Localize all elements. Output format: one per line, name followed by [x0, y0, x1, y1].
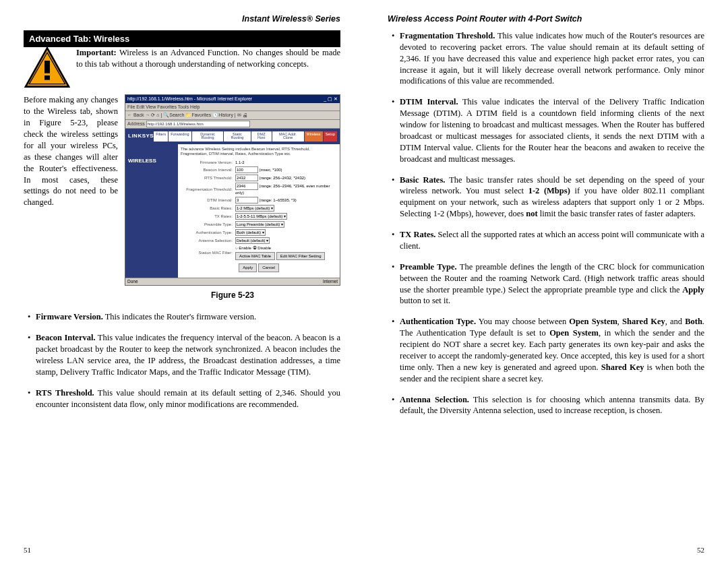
field-value: 1-2-5.5-11 MBps (default) ▾	[234, 212, 337, 220]
address-field[interactable]: http://192.168.1.1/Wireless.htm	[146, 121, 250, 127]
field-value: 1.1-2	[234, 159, 337, 166]
router-tab[interactable]: Forwarding	[169, 131, 191, 142]
field-value: Both (default) ▾	[234, 228, 337, 237]
list-term: Basic Rates.	[400, 175, 445, 185]
ie-titlebar: http://192.168.1.1/Wireless.htm - Micros…	[125, 95, 340, 102]
list-text: This indicates the Router's firmware ver…	[103, 312, 256, 321]
ie-menubar: File Edit View Favorites Tools Help	[125, 103, 340, 111]
router-side-label: WIRELESS	[125, 144, 178, 278]
right-bullet-list: Fragmentation Threshold. This value indi…	[388, 30, 704, 416]
section-title: Advanced Tab: Wireless	[24, 30, 340, 48]
status-left: Done	[127, 279, 138, 285]
router-fields: Firmware Version:1.1-2Beacon Interval:10…	[181, 159, 337, 261]
select-dropdown[interactable]: Default (default) ▾	[235, 237, 270, 244]
list-item: Authentication Type. You may choose betw…	[388, 316, 704, 384]
router-tab[interactable]: MAC Addr. Clone	[272, 131, 304, 142]
list-item: Beacon Interval. This value indicates th…	[24, 332, 340, 378]
list-term: Fragmentation Threshold.	[400, 31, 495, 40]
field-label: Fragmentation Threshold:	[181, 182, 234, 195]
router-apply-row: Apply Cancel	[181, 261, 337, 274]
router-tab[interactable]: Filters	[154, 131, 168, 142]
text-input[interactable]: 2432	[235, 175, 258, 181]
field-label: TX Rates:	[181, 212, 234, 220]
list-item: Firmware Version. This indicates the Rou…	[24, 311, 340, 323]
field-label: Firmware Version:	[181, 159, 234, 166]
mac-filter-button[interactable]: Edit MAC Filter Setting	[276, 252, 326, 260]
field-value: Default (default) ▾	[234, 237, 337, 245]
field-value: 3 (range: 1~65535, *3)	[234, 196, 337, 204]
page-number-left: 51	[24, 545, 31, 555]
field-label: RTS Threshold:	[181, 174, 234, 182]
list-item: Preamble Type. The preamble defines the …	[388, 261, 704, 307]
list-term: Authentication Type.	[400, 317, 476, 326]
router-tabs: FiltersForwardingDynamic RoutingStatic R…	[154, 131, 337, 142]
ie-toolbar: ← Back → ⟳ ⌂ | 🔍Search 📁Favorites 🕓Histo…	[125, 111, 340, 119]
select-dropdown[interactable]: Long Preamble (default) ▾	[235, 221, 284, 228]
select-dropdown[interactable]: Both (default) ▾	[235, 229, 266, 236]
list-item: RTS Threshold. This value should remain …	[24, 387, 340, 410]
warning-row: Important: Wireless is an Advanced Funct…	[24, 47, 340, 88]
warning-label: Important:	[76, 48, 117, 57]
list-text: You may choose between Open System, Shar…	[400, 317, 704, 383]
list-item: TX Rates. Select all the supported rates…	[388, 229, 704, 252]
ie-window: http://192.168.1.1/Wireless.htm - Micros…	[125, 94, 340, 286]
list-text: Select all the supported rates at which …	[400, 230, 704, 251]
figure-caption: Figure 5-23	[125, 290, 340, 301]
router-tab[interactable]: DMZ Host	[251, 131, 272, 142]
radio-option[interactable]: ○ Enable	[235, 246, 253, 250]
list-text: This value indicates the interval of the…	[400, 97, 704, 163]
right-page: Wireless Access Point Router with 4-Port…	[364, 0, 728, 562]
router-tab[interactable]: Dynamic Routing	[192, 131, 224, 142]
list-term: TX Rates.	[400, 230, 435, 239]
router-page: LINKSYS FiltersForwardingDynamic Routing…	[125, 129, 340, 278]
svg-rect-2	[44, 61, 50, 73]
field-label: Basic Rates:	[181, 204, 234, 212]
select-dropdown[interactable]: 1-2 MBps (default) ▾	[235, 205, 274, 212]
router-tab[interactable]: Wireless	[305, 131, 323, 142]
field-value: 100 (msec, *100)	[234, 166, 337, 174]
warning-icon	[24, 47, 71, 88]
left-page: Instant Wireless® Series Advanced Tab: W…	[0, 0, 364, 562]
router-tab[interactable]: Setup	[324, 131, 337, 142]
field-label: DTIM Interval:	[181, 196, 234, 204]
text-input[interactable]: 2346	[235, 183, 258, 189]
field-value: 2346 (range: 256~2346, *2346, even numbe…	[234, 182, 337, 195]
brand-logo: LINKSYS	[128, 133, 154, 140]
list-text: The basic transfer rates should be set d…	[400, 175, 704, 219]
list-item: Fragmentation Threshold. This value indi…	[388, 30, 704, 87]
left-header: Instant Wireless® Series	[24, 13, 340, 25]
list-term: Preamble Type.	[400, 262, 457, 272]
text-input[interactable]: 100	[235, 166, 258, 173]
router-header: LINKSYS FiltersForwardingDynamic Routing…	[125, 129, 340, 144]
right-header: Wireless Access Point Router with 4-Port…	[388, 13, 704, 25]
screenshot: http://192.168.1.1/Wireless.htm - Micros…	[125, 94, 340, 307]
svg-rect-3	[44, 75, 50, 80]
ie-addressbar: Address http://192.168.1.1/Wireless.htm	[125, 120, 340, 129]
cancel-button[interactable]: Cancel	[258, 263, 279, 272]
field-value: 2432 (range: 256~2432, *2432)	[234, 174, 337, 182]
field-label: Beacon Interval:	[181, 166, 234, 174]
ie-window-controls: _ ▢ ✕	[324, 96, 338, 102]
list-term: Beacon Interval.	[36, 333, 96, 342]
field-label: Station MAC Filter:	[181, 245, 234, 261]
field-label: Antenna Selection:	[181, 237, 234, 245]
list-term: RTS Threshold.	[36, 388, 94, 398]
router-body: WIRELESS The advance Wireless Setting in…	[125, 144, 340, 278]
ie-statusbar: Done Internet	[125, 278, 340, 286]
intro-row: Before making any changes to the Wireles…	[24, 94, 340, 307]
select-dropdown[interactable]: 1-2-5.5-11 MBps (default) ▾	[235, 213, 287, 220]
mac-filter-button[interactable]: Active MAC Table	[235, 252, 275, 260]
left-bullet-list: Firmware Version. This indicates the Rou…	[24, 311, 340, 410]
warning-text: Important: Wireless is an Advanced Funct…	[76, 47, 340, 88]
radio-option[interactable]: ⦿ Disable	[253, 246, 272, 250]
status-right: Internet	[323, 279, 338, 285]
list-term: Firmware Version.	[36, 312, 103, 321]
text-input[interactable]: 3	[235, 197, 258, 204]
apply-button[interactable]: Apply	[239, 263, 257, 272]
field-label: Preamble Type:	[181, 220, 234, 228]
list-item: DTIM Interval. This value indicates the …	[388, 96, 704, 164]
router-tab[interactable]: Static Routing	[224, 131, 250, 142]
page-container: Instant Wireless® Series Advanced Tab: W…	[0, 0, 728, 562]
field-value: 1-2 MBps (default) ▾	[234, 204, 337, 212]
page-number-right: 52	[697, 545, 704, 555]
